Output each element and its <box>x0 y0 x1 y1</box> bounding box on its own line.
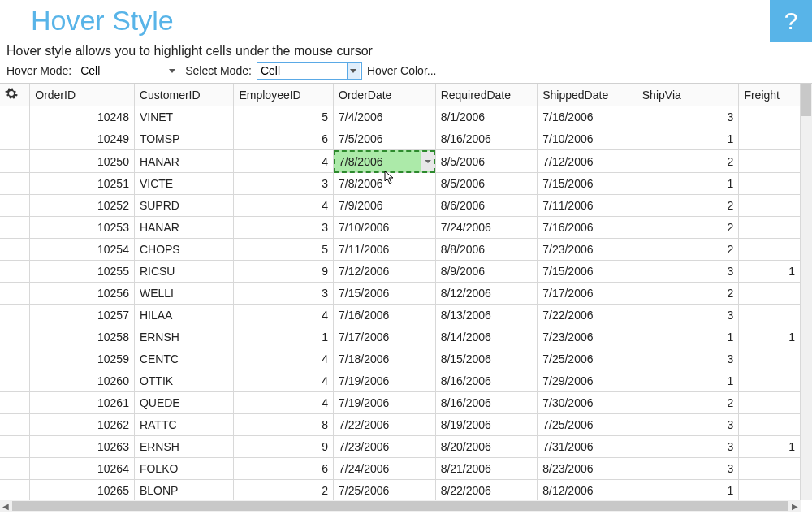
horizontal-scrollbar[interactable]: ◀ ▶ <box>0 500 801 512</box>
cell[interactable]: 7/5/2006 <box>334 128 436 150</box>
cell[interactable]: ERNSH <box>134 326 234 348</box>
cell[interactable]: 8/12/2006 <box>538 480 637 501</box>
cell[interactable]: 7/11/2006 <box>538 195 637 217</box>
cell[interactable] <box>739 283 801 305</box>
cell[interactable]: CENTC <box>134 348 234 370</box>
cell[interactable] <box>739 150 801 173</box>
hover-mode-combo[interactable] <box>76 62 180 80</box>
cell[interactable]: 8/16/2006 <box>435 370 538 392</box>
cell[interactable]: 7/8/2006 <box>334 173 436 195</box>
cell[interactable]: 7/24/2006 <box>435 217 538 239</box>
cell[interactable]: 5 <box>234 239 334 261</box>
cell[interactable]: 7/12/2006 <box>334 261 436 283</box>
cell[interactable]: 4 <box>234 150 334 173</box>
cell[interactable] <box>739 239 801 261</box>
cell[interactable] <box>739 392 801 414</box>
cell[interactable]: 3 <box>234 283 334 305</box>
cell[interactable]: 7/29/2006 <box>538 370 637 392</box>
row-selector[interactable] <box>0 173 30 195</box>
cell[interactable]: HANAR <box>134 217 234 239</box>
cell[interactable]: 7/30/2006 <box>538 392 637 414</box>
cell[interactable]: 6 <box>234 458 334 480</box>
cell[interactable]: 10248 <box>30 106 135 128</box>
horizontal-scroll-thumb[interactable] <box>12 501 788 511</box>
cell[interactable]: SUPRD <box>134 195 234 217</box>
cell-dropdown-icon[interactable] <box>421 151 435 171</box>
cell[interactable]: 4 <box>234 348 334 370</box>
cell[interactable]: 1 <box>637 128 739 150</box>
row-selector[interactable] <box>0 392 30 414</box>
column-header[interactable]: ShippedDate <box>538 84 637 106</box>
gear-icon[interactable] <box>5 87 18 102</box>
cell[interactable]: 3 <box>637 458 739 480</box>
select-mode-combo[interactable] <box>257 62 362 80</box>
cell[interactable]: 10253 <box>30 217 135 239</box>
cell[interactable]: 10263 <box>30 436 135 458</box>
cell[interactable] <box>739 173 801 195</box>
cell[interactable]: BLONP <box>134 480 234 501</box>
cell[interactable]: 10259 <box>30 348 135 370</box>
cell[interactable]: 10251 <box>30 173 135 195</box>
cell[interactable]: 10256 <box>30 283 135 305</box>
cell[interactable]: 8/19/2006 <box>435 414 538 436</box>
cell[interactable]: 4 <box>234 392 334 414</box>
row-selector[interactable] <box>0 128 30 150</box>
cell[interactable]: 7/31/2006 <box>538 436 637 458</box>
cell[interactable]: 8 <box>234 414 334 436</box>
cell[interactable]: 8/14/2006 <box>435 326 538 348</box>
cell[interactable]: 8/20/2006 <box>435 436 538 458</box>
cell[interactable]: ERNSH <box>134 436 234 458</box>
cell[interactable]: 7/16/2006 <box>538 106 637 128</box>
cell[interactable]: 10255 <box>30 261 135 283</box>
cell[interactable]: 10262 <box>30 414 135 436</box>
cell[interactable]: VINET <box>134 106 234 128</box>
cell[interactable]: 10249 <box>30 128 135 150</box>
cell[interactable] <box>739 128 801 150</box>
cell[interactable]: 6 <box>234 128 334 150</box>
cell[interactable]: VICTE <box>134 173 234 195</box>
cell[interactable]: 3 <box>637 436 739 458</box>
cell[interactable]: 7/18/2006 <box>334 348 436 370</box>
cell[interactable]: 3 <box>234 173 334 195</box>
cell[interactable] <box>739 348 801 370</box>
cell[interactable]: 7/23/2006 <box>538 239 637 261</box>
select-mode-dropdown-icon[interactable] <box>347 63 360 79</box>
cell[interactable]: 7/25/2006 <box>334 480 436 501</box>
cell[interactable]: 8/6/2006 <box>435 195 538 217</box>
cell[interactable]: 2 <box>637 283 739 305</box>
cell[interactable]: 7/23/2006 <box>334 436 436 458</box>
cell[interactable] <box>739 370 801 392</box>
row-selector[interactable] <box>0 326 30 348</box>
cell[interactable]: QUEDE <box>134 392 234 414</box>
cell[interactable]: 10265 <box>30 480 135 501</box>
cell[interactable]: 10261 <box>30 392 135 414</box>
cell[interactable]: 10264 <box>30 458 135 480</box>
cell[interactable]: 8/8/2006 <box>435 239 538 261</box>
cell[interactable]: 8/22/2006 <box>435 480 538 501</box>
cell[interactable]: 7/10/2006 <box>334 217 436 239</box>
hover-mode-dropdown-icon[interactable] <box>165 63 178 79</box>
cell[interactable] <box>739 414 801 436</box>
cell[interactable]: 7/4/2006 <box>334 106 436 128</box>
row-selector[interactable] <box>0 106 30 128</box>
cell[interactable]: 7/24/2006 <box>334 458 436 480</box>
row-selector[interactable] <box>0 239 30 261</box>
row-selector[interactable] <box>0 480 30 501</box>
cell[interactable]: 10254 <box>30 239 135 261</box>
cell[interactable]: 7/10/2006 <box>538 128 637 150</box>
column-header[interactable]: RequiredDate <box>435 84 538 106</box>
cell[interactable]: TOMSP <box>134 128 234 150</box>
cell[interactable]: 1 <box>637 370 739 392</box>
row-selector[interactable] <box>0 436 30 458</box>
cell[interactable]: 10258 <box>30 326 135 348</box>
cell[interactable]: 7/19/2006 <box>334 370 436 392</box>
cell[interactable]: 10250 <box>30 150 135 173</box>
cell[interactable]: 1 <box>739 326 801 348</box>
selected-cell[interactable]: 7/8/2006 <box>334 150 436 173</box>
cell[interactable]: 1 <box>739 436 801 458</box>
scroll-right-icon[interactable]: ▶ <box>789 500 801 512</box>
cell[interactable]: 7/25/2006 <box>538 348 637 370</box>
cell[interactable]: 3 <box>637 348 739 370</box>
cell[interactable]: 8/12/2006 <box>435 283 538 305</box>
cell[interactable]: CHOPS <box>134 239 234 261</box>
